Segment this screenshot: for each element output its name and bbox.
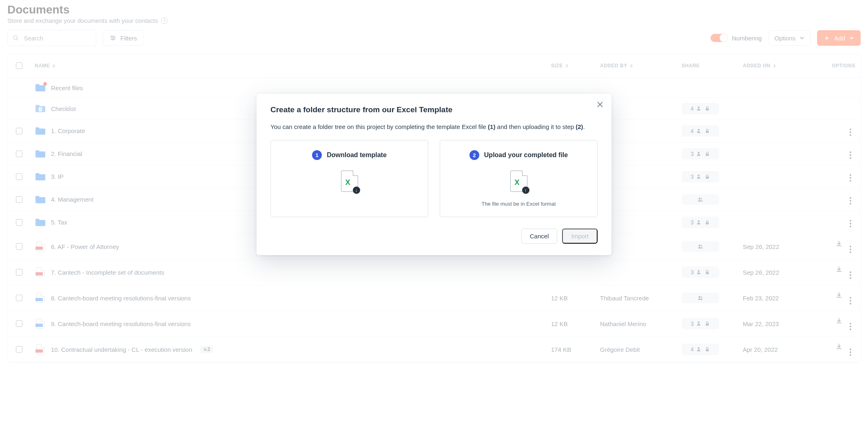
cancel-button[interactable]: Cancel: [521, 229, 558, 244]
upload-hint: The file must be in Excel format: [447, 201, 590, 207]
download-template-box[interactable]: 1 Download template X ↓: [270, 140, 428, 217]
import-button[interactable]: Import: [562, 229, 598, 244]
modal-description: You can create a folder tree on this pro…: [270, 123, 598, 130]
upload-file-box[interactable]: 2 Upload your completed file X ↑ The fil…: [440, 140, 598, 217]
close-button[interactable]: [597, 101, 603, 108]
step-1-title: Download template: [327, 151, 387, 159]
step-2-badge: 2: [469, 150, 479, 160]
step-2-title: Upload your completed file: [484, 151, 568, 159]
upload-arrow-icon: ↑: [522, 187, 529, 194]
modal-overlay: Create a folder structure from our Excel…: [0, 0, 868, 370]
modal-title: Create a folder structure from our Excel…: [270, 105, 598, 114]
excel-file-icon: X ↑: [510, 171, 527, 192]
download-arrow-icon: ↓: [353, 187, 360, 194]
folder-template-modal: Create a folder structure from our Excel…: [257, 94, 611, 255]
close-icon: [597, 101, 603, 108]
step-1-badge: 1: [312, 150, 322, 160]
excel-file-icon: X ↓: [341, 171, 358, 192]
